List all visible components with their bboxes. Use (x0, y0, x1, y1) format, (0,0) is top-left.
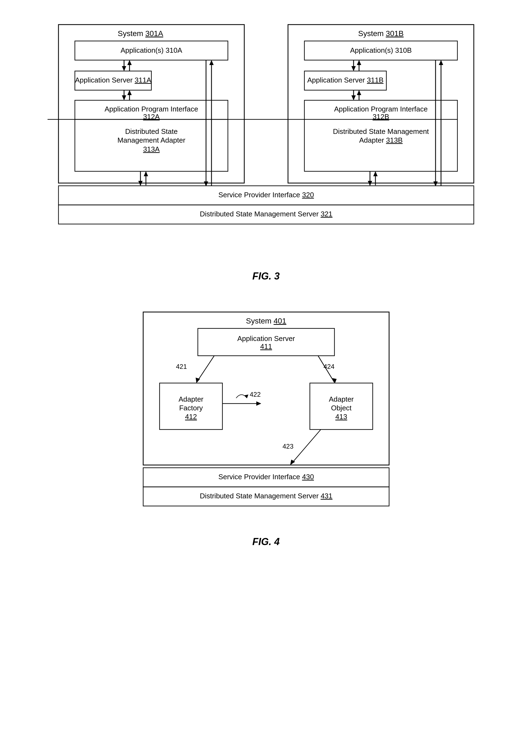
svg-marker-3 (122, 66, 126, 71)
api-a: Application Program Interface (104, 105, 198, 113)
dsm-adapter-a-num: 313A (143, 145, 160, 153)
fig4-diagram: System 401 Application Server 411 421 42… (129, 304, 403, 528)
arrow421-label: 421 (176, 363, 187, 370)
system-b-title: System 301B (358, 29, 404, 38)
svg-marker-26 (357, 60, 361, 65)
system-401-title: System 401 (246, 317, 286, 325)
dsm-server-431: Distributed State Management Server 431 (200, 492, 332, 500)
fig4-label: FIG. 4 (252, 536, 279, 548)
fig3-diagram: System 301A Application(s) 310A Applicat… (47, 16, 485, 262)
svg-marker-12 (122, 95, 126, 100)
svg-marker-10 (209, 60, 214, 65)
adapter-factory: Adapter (178, 395, 203, 403)
system-a-title: System 301A (118, 29, 163, 38)
svg-marker-35 (357, 90, 361, 95)
app-server-a: Application Server 311A (75, 76, 151, 84)
applications-b: Application(s) 310B (350, 46, 412, 54)
arrow424-label: 424 (324, 363, 334, 370)
svg-marker-5 (127, 60, 132, 65)
arrow423-label: 423 (282, 443, 293, 450)
app-server-411-num: 411 (260, 342, 272, 351)
dsm-adapter-b: Distributed State Management (333, 127, 429, 136)
dsm-adapter-a: Distributed State (125, 127, 177, 136)
svg-marker-52 (256, 401, 261, 406)
svg-marker-33 (351, 95, 356, 100)
svg-line-46 (197, 356, 214, 383)
adapter-factory2: Factory (179, 404, 203, 412)
dsm-adapter-b2: Adapter 313B (359, 136, 403, 144)
arrow422-label: 422 (250, 391, 261, 398)
adapter-object2: Object (331, 404, 352, 412)
dsm-server-321: Distributed State Management Server 321 (200, 210, 332, 218)
svg-marker-14 (127, 90, 132, 95)
adapter-factory-num: 412 (185, 413, 197, 421)
spi-320: Service Provider Interface 320 (218, 191, 314, 199)
app-server-b: Application Server 311B (307, 76, 383, 84)
dsm-adapter-a2: Management Adapter (117, 136, 185, 144)
svg-marker-41 (373, 171, 378, 176)
spi-430: Service Provider Interface 430 (218, 473, 314, 481)
app-server-411: Application Server (237, 335, 295, 343)
svg-marker-24 (351, 66, 356, 71)
api-b: Application Program Interface (334, 105, 428, 113)
adapter-object: Adapter (329, 395, 354, 403)
svg-line-55 (291, 429, 321, 465)
applications-a: Application(s) 310A (120, 46, 182, 54)
svg-marker-31 (439, 60, 443, 65)
adapter-object-num: 413 (335, 413, 347, 421)
fig3-label: FIG. 3 (252, 270, 279, 282)
api-b-num: 312B (372, 113, 389, 121)
svg-marker-20 (144, 171, 148, 176)
